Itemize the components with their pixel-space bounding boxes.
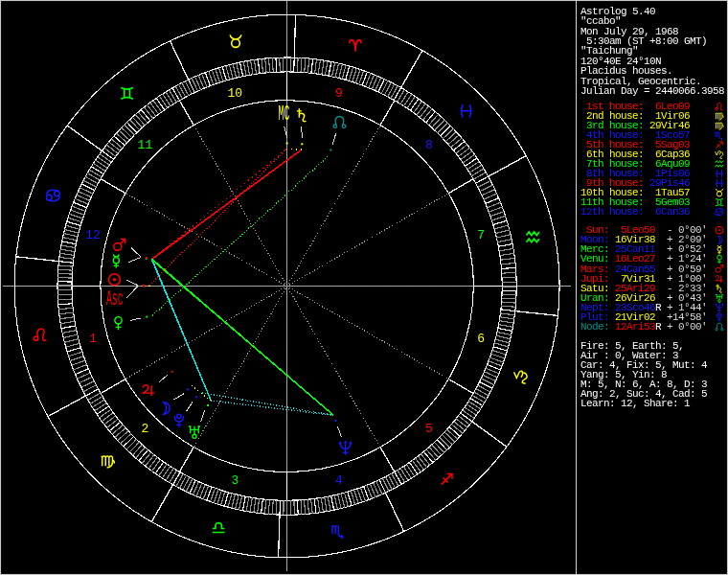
svg-text:MC: MC bbox=[279, 102, 290, 126]
svg-text:Asc: Asc bbox=[106, 286, 124, 310]
svg-text:3: 3 bbox=[231, 473, 239, 488]
svg-text:8: 8 bbox=[425, 138, 433, 152]
svg-text:7: 7 bbox=[477, 228, 485, 242]
svg-text:5: 5 bbox=[425, 422, 433, 436]
svg-text:12: 12 bbox=[85, 228, 101, 242]
svg-text:2: 2 bbox=[141, 422, 148, 436]
svg-text:10: 10 bbox=[227, 86, 242, 101]
svg-text:6: 6 bbox=[477, 332, 485, 346]
svg-text:4: 4 bbox=[335, 473, 343, 488]
svg-text:9: 9 bbox=[335, 86, 343, 101]
svg-text:1: 1 bbox=[89, 332, 97, 346]
svg-text:11: 11 bbox=[138, 138, 153, 152]
